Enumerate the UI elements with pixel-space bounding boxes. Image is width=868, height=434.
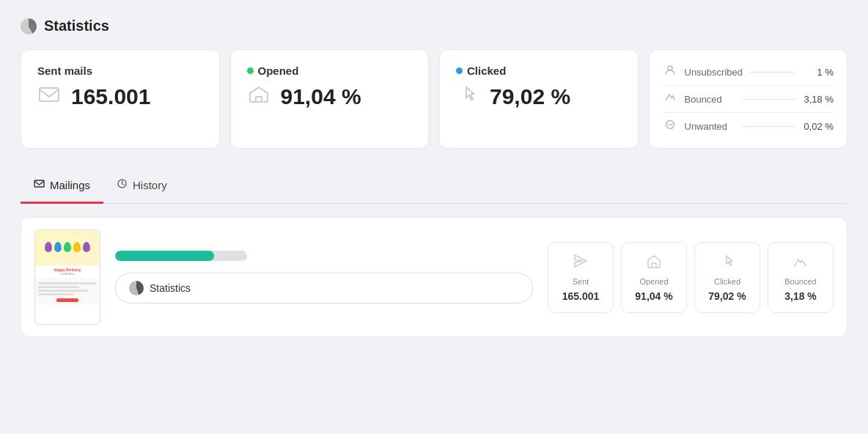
clicked-dot (456, 67, 463, 74)
mailing-stats-row: Sent 165.001 Opened 91,04 % (548, 242, 834, 313)
unwanted-label: Unwanted (685, 121, 737, 132)
line4 (38, 293, 73, 295)
thumb-balloons (45, 242, 90, 252)
tab-mailings[interactable]: Mailings (21, 169, 103, 204)
mini-sent-value: 165.001 (562, 290, 600, 302)
svg-rect-4 (34, 180, 44, 187)
unsubscribed-label: Unsubscribed (685, 67, 743, 78)
bounced-icon (663, 92, 677, 106)
mini-stat-sent: Sent 165.001 (548, 242, 614, 313)
unwanted-value: 0,02 % (801, 121, 834, 132)
sent-mails-card: Sent mails 165.001 (21, 49, 220, 149)
sent-value-row: 165.001 (37, 83, 203, 110)
line3 (38, 290, 88, 292)
unwanted-row: Unwanted 0,02 % (663, 113, 834, 139)
dots-2 (743, 99, 795, 100)
mailing-middle: Statistics (115, 251, 533, 304)
sub-stats-card: Unsubscribed 1 % Bounced 3,18 % (649, 49, 848, 149)
clicked-card: Clicked 79,02 % (439, 49, 639, 149)
mini-bounced-value: 3,18 % (784, 290, 817, 302)
unsubscribed-value: 1 % (801, 67, 834, 78)
thumb-top (35, 230, 100, 265)
opened-dot (247, 67, 254, 74)
pie-chart-icon (129, 281, 144, 295)
clicked-value-row: 79,02 % (456, 83, 622, 110)
mini-opened-value: 91,04 % (635, 290, 672, 302)
unwanted-icon (663, 119, 677, 133)
dots-1 (749, 72, 795, 73)
clicked-label: Clicked (456, 65, 622, 77)
mailings-list: Happy Birthday COMPANY (21, 217, 847, 337)
opened-card: Opened 91,04 % (230, 49, 430, 149)
mailing-thumbnail: Happy Birthday COMPANY (34, 229, 100, 325)
balloon-purple (45, 242, 52, 252)
clicked-icon (456, 83, 479, 110)
mini-clicked-value: 79,02 % (708, 290, 746, 302)
history-tab-icon (117, 178, 128, 191)
mini-stat-bounced: Bounced 3,18 % (768, 242, 834, 313)
mini-sent-icon (573, 253, 589, 273)
statistics-button-label: Statistics (150, 282, 191, 294)
tabs-bar: Mailings History (21, 169, 847, 204)
dots-3 (743, 126, 795, 127)
page-title: Statistics (44, 18, 109, 34)
balloon-blue (54, 242, 62, 252)
stats-grid: Sent mails 165.001 Opened (21, 49, 847, 149)
mini-sent-label: Sent (573, 277, 589, 286)
balloon-purple2 (83, 242, 90, 252)
line1 (38, 282, 97, 284)
clicked-number: 79,02 % (490, 84, 570, 109)
opened-value-row: 91,04 % (247, 83, 413, 110)
thumb-title: Happy Birthday COMPANY (35, 265, 100, 278)
page-header: Statistics (21, 18, 847, 34)
mailings-tab-icon (34, 178, 45, 191)
mini-opened-icon (646, 253, 662, 273)
sent-icon (37, 83, 61, 110)
mini-clicked-icon (719, 253, 735, 273)
mini-bounced-label: Bounced (784, 277, 816, 286)
sent-number: 165.001 (71, 84, 150, 109)
unsubscribed-icon (663, 65, 677, 79)
mini-stat-opened: Opened 91,04 % (621, 242, 687, 313)
mini-stat-clicked: Clicked 79,02 % (694, 242, 760, 313)
line2 (38, 286, 79, 288)
thumb-body (35, 278, 100, 305)
page-container: Statistics Sent mails 165.001 (0, 0, 868, 355)
balloon-green (64, 242, 71, 252)
mailings-tab-label: Mailings (50, 179, 90, 191)
opened-icon (247, 83, 271, 110)
thumb-cta (56, 298, 78, 302)
opened-number: 91,04 % (281, 84, 361, 109)
mini-opened-label: Opened (639, 277, 668, 286)
tab-history[interactable]: History (103, 169, 180, 204)
thumb-company-text: COMPANY (38, 272, 97, 276)
opened-label: Opened (247, 65, 413, 77)
statistics-header-icon (21, 18, 37, 34)
progress-bar-fill (115, 251, 214, 261)
svg-rect-0 (40, 88, 59, 101)
unsubscribed-row: Unsubscribed 1 % (663, 59, 834, 86)
history-tab-label: History (133, 179, 167, 191)
mailing-row: Happy Birthday COMPANY (21, 217, 847, 337)
sent-label: Sent mails (37, 65, 203, 77)
balloon-yellow (73, 242, 81, 252)
bounced-row: Bounced 3,18 % (663, 86, 834, 113)
progress-bar-wrap (115, 251, 247, 261)
thumbnail-content: Happy Birthday COMPANY (35, 230, 100, 324)
svg-point-1 (668, 66, 672, 70)
mini-bounced-icon (792, 253, 809, 273)
bounced-label: Bounced (685, 94, 737, 105)
statistics-button[interactable]: Statistics (115, 273, 533, 304)
mini-clicked-label: Clicked (714, 277, 740, 286)
bounced-value: 3,18 % (801, 94, 834, 105)
